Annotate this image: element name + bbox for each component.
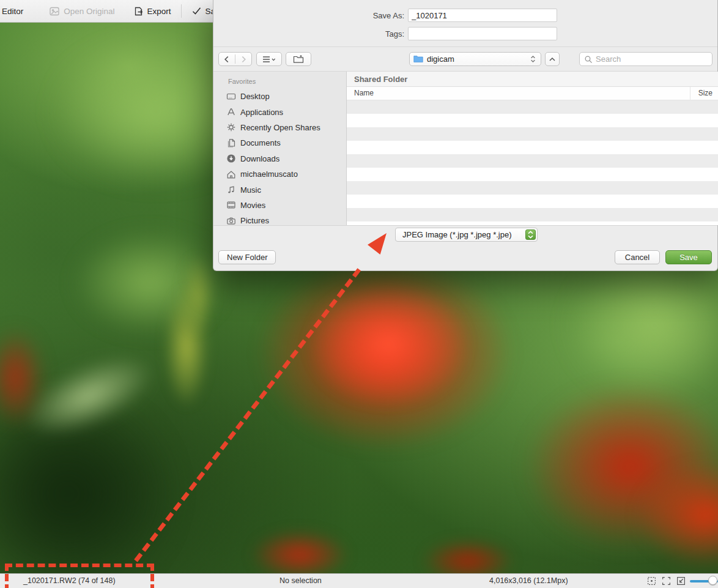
cancel-button[interactable]: Cancel: [615, 250, 660, 264]
editor-title: Editor: [2, 7, 23, 16]
toolbar-divider: [181, 4, 182, 18]
dialog-divider: [213, 47, 717, 47]
image-dimensions: 4,016x3,016 (12.1Mpx): [489, 576, 568, 585]
sidebar-item-music[interactable]: Music: [213, 182, 346, 197]
forward-button[interactable]: [235, 53, 251, 65]
sidebar-item-label: Movies: [240, 201, 265, 210]
sidebar-item-label: Desktop: [240, 92, 270, 101]
location-dropdown[interactable]: digicam: [409, 52, 541, 66]
photo-blob: [181, 255, 214, 335]
export-label: Export: [147, 7, 171, 16]
sidebar-item-home[interactable]: michaelmuscato: [213, 166, 346, 182]
size-column-header[interactable]: Size: [698, 89, 712, 97]
dropdown-stepper: [525, 229, 536, 240]
save-button[interactable]: Save: [665, 250, 712, 264]
sidebar-item-documents[interactable]: Documents: [213, 135, 346, 151]
sidebar-item-label: Documents: [240, 138, 281, 147]
camera-icon: [226, 216, 236, 225]
file-browser: Shared Folder Name Size: [347, 72, 718, 225]
selection-status: No selection: [279, 576, 322, 585]
favorites-heading: Favorites: [228, 78, 346, 85]
desktop-icon: [226, 92, 236, 102]
folder-action-button[interactable]: [286, 52, 311, 66]
list-view-icon: [262, 55, 276, 64]
export-button[interactable]: Export: [130, 6, 175, 17]
search-field[interactable]: [579, 52, 712, 66]
applications-icon: [226, 107, 236, 117]
file-list-body[interactable]: [347, 100, 718, 225]
parent-folder-button[interactable]: [545, 52, 560, 66]
photo-blob: [569, 255, 718, 396]
column-divider[interactable]: [690, 87, 690, 100]
open-original-label: Open Original: [64, 7, 114, 16]
gear-icon: [226, 122, 236, 132]
view-options-button[interactable]: [256, 52, 282, 66]
sidebar-item-recent-shares[interactable]: Recently Open Shares: [213, 120, 346, 135]
file-format-label: JPEG Image (*.jpg *.jpeg *.jpe): [402, 230, 511, 239]
zoom-slider-knob[interactable]: [708, 576, 717, 585]
sidebar-item-movies[interactable]: Movies: [213, 198, 346, 213]
chevron-up-icon: [548, 56, 557, 63]
stepper-up-icon: [528, 231, 533, 234]
current-file-info: _1020171.RW2 (74 of 148): [23, 576, 116, 585]
search-input[interactable]: [596, 54, 708, 64]
back-button[interactable]: [219, 53, 235, 65]
sidebar-item-label: Music: [240, 185, 261, 195]
new-folder-icon: [293, 54, 304, 64]
save-as-label: Save As:: [331, 11, 404, 20]
dialog-footer: JPEG Image (*.jpg *.jpeg *.jpe) New Fold…: [213, 225, 717, 271]
photo-blob: [306, 280, 471, 408]
file-format-dropdown[interactable]: JPEG Image (*.jpg *.jpeg *.jpe): [395, 228, 538, 242]
tags-label: Tags:: [331, 29, 404, 39]
scale-to-fit-icon[interactable]: [676, 576, 686, 586]
home-icon: [226, 169, 236, 179]
sidebar-item-label: michaelmuscato: [240, 169, 298, 179]
chevron-right-icon: [239, 55, 248, 64]
chevron-left-icon: [223, 55, 231, 64]
actual-size-icon[interactable]: [647, 576, 656, 586]
sidebar-item-desktop[interactable]: Desktop: [213, 89, 346, 104]
sidebar-item-downloads[interactable]: Downloads: [213, 151, 346, 166]
location-label: digicam: [427, 54, 454, 64]
sidebar-item-pictures[interactable]: Pictures: [213, 213, 346, 225]
open-original-button[interactable]: Open Original: [45, 6, 118, 17]
status-bar: _1020171.RW2 (74 of 148) No selection 4,…: [0, 573, 718, 588]
film-icon: [226, 200, 236, 210]
sidebar-item-label: Recently Open Shares: [240, 123, 320, 132]
current-folder-title: Shared Folder: [347, 72, 718, 87]
downloads-icon: [226, 154, 236, 163]
stepper-down-icon: [528, 235, 533, 239]
document-icon: [226, 138, 236, 148]
tags-input[interactable]: [408, 27, 557, 40]
photo-blob: [251, 530, 349, 573]
fit-to-window-icon[interactable]: [662, 576, 671, 586]
sidebar-item-label: Downloads: [240, 154, 279, 163]
photo-blob: [422, 540, 514, 573]
up-down-chevrons-icon: [529, 54, 537, 64]
filename-input[interactable]: [408, 9, 557, 22]
export-icon: [133, 6, 144, 17]
image-icon: [49, 6, 60, 17]
sidebar-item-label: Applications: [240, 108, 283, 117]
checkmark-icon: [191, 6, 202, 16]
folder-icon: [413, 55, 423, 63]
sidebar-item-label: Pictures: [240, 216, 269, 225]
sidebar-item-applications[interactable]: Applications: [213, 104, 346, 119]
name-column-header[interactable]: Name: [354, 89, 374, 97]
search-icon: [584, 55, 593, 64]
favorites-sidebar: Favorites Desktop Applications: [213, 72, 347, 225]
column-header-row: Name Size: [347, 87, 718, 100]
history-segmented-control: [218, 52, 252, 66]
music-note-icon: [226, 185, 236, 195]
save-dialog: Save As: Tags:: [213, 0, 718, 271]
new-folder-button[interactable]: New Folder: [218, 250, 276, 264]
